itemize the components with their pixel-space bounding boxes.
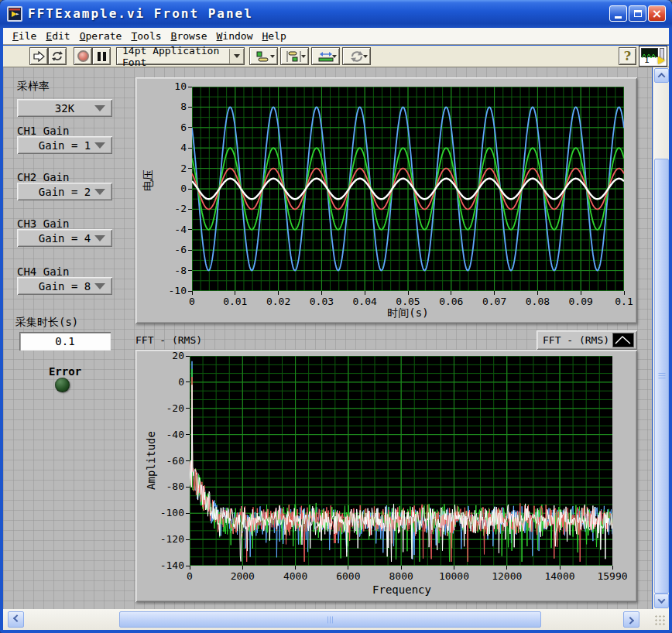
y-axis-tick [186, 566, 190, 566]
error-led-label: Error [31, 365, 99, 378]
chevron-up-icon [658, 73, 666, 80]
distribute-objects-button[interactable] [280, 47, 309, 65]
y-tick-label: 4 [153, 142, 187, 153]
fft-legend-label: FFT - (RMS) [543, 334, 609, 346]
dropdown-triangle-icon [94, 283, 105, 289]
y-tick-label: -40 [150, 429, 184, 440]
duration-input[interactable]: 0.1 [19, 332, 111, 351]
thumb-grip [658, 373, 665, 379]
align-objects-button[interactable] [249, 47, 278, 65]
x-axis-tick [321, 291, 322, 295]
resize-grip[interactable] [654, 614, 665, 625]
horizontal-scrollbar[interactable] [3, 609, 669, 630]
window-indicator[interactable]: 1 [639, 46, 667, 67]
x-tick-label: 0.08 [514, 296, 561, 307]
ch4-gain-value: Gain = 8 [39, 280, 91, 293]
scroll-left-button[interactable] [8, 611, 24, 628]
y-tick-label: -10 [153, 285, 187, 296]
window-title: FFTExample.vi Front Panel [28, 0, 253, 28]
ch4-gain-dropdown[interactable]: Gain = 8 [17, 277, 112, 295]
maximize-button[interactable] [629, 5, 646, 22]
waveform-chart: 电压 时间(s) 00.010.020.030.040.050.060.070.… [135, 77, 637, 323]
y-axis-tick [188, 189, 192, 190]
y-axis-tick [188, 229, 192, 230]
dropdown-triangle-icon [94, 142, 105, 149]
reorder-objects-icon [349, 50, 365, 63]
y-axis-tick [188, 168, 192, 169]
dropdown-triangle-icon [94, 105, 105, 111]
menu-file[interactable]: File [8, 30, 41, 42]
run-continuous-button[interactable] [48, 47, 67, 65]
x-axis-tick [408, 291, 409, 295]
ch1-gain-dropdown[interactable]: Gain = 1 [17, 136, 112, 154]
chevron-right-icon [626, 617, 634, 624]
vertical-scroll-thumb[interactable] [654, 159, 669, 594]
x-tick-label: 0.06 [428, 296, 475, 307]
minimize-button[interactable] [609, 5, 627, 22]
menu-help[interactable]: Help [258, 30, 291, 42]
ch3-gain-dropdown[interactable]: Gain = 4 [17, 229, 112, 247]
x-axis-tick [401, 566, 402, 570]
reorder-objects-button[interactable] [342, 47, 371, 65]
menu-edit[interactable]: Edit [41, 30, 74, 42]
x-axis-tick [624, 291, 625, 295]
waveform-plot-area[interactable] [192, 87, 624, 291]
menu-operate[interactable]: Operate [75, 30, 127, 42]
x-tick-label: 0.09 [557, 296, 604, 307]
vertical-scrollbar[interactable] [653, 67, 669, 609]
y-tick-label: -100 [150, 507, 184, 518]
y-tick-label: -6 [153, 244, 187, 255]
error-led[interactable] [55, 378, 70, 392]
scroll-up-button[interactable] [654, 68, 669, 83]
help-button[interactable]: ? [619, 47, 636, 65]
fft-chart-caption: FFT - (RMS) [135, 334, 202, 346]
fft-plot-area[interactable] [190, 356, 612, 566]
run-button[interactable] [29, 47, 48, 65]
dropdown-triangle-icon [94, 235, 105, 241]
x-axis-tick [192, 291, 193, 295]
ch2-gain-value: Gain = 2 [39, 186, 91, 198]
close-icon: × [652, 8, 662, 20]
menu-tools[interactable]: Tools [126, 30, 166, 42]
titlebar[interactable]: FFTExample.vi Front Panel × [0, 0, 672, 28]
y-tick-label: 8 [153, 101, 187, 112]
sample-rate-dropdown[interactable]: 32K [17, 99, 112, 117]
labview-window: FFTExample.vi Front Panel × FileEditOper… [0, 0, 672, 633]
y-tick-label: -80 [150, 481, 184, 492]
x-axis-tick [612, 566, 613, 570]
scroll-down-button[interactable] [654, 594, 669, 608]
duration-value: 0.1 [55, 335, 74, 347]
y-axis-tick [188, 107, 192, 108]
x-axis-tick [451, 291, 451, 295]
scroll-right-button[interactable] [623, 611, 639, 628]
abort-icon [77, 50, 89, 62]
dropdown-triangle-icon [94, 189, 105, 195]
chevron-down-icon [658, 596, 666, 604]
menu-browse[interactable]: Browse [166, 30, 212, 42]
resize-objects-button[interactable] [311, 47, 340, 65]
x-tick-label: 6000 [325, 570, 372, 582]
x-axis-tick [242, 566, 243, 570]
y-axis-tick [186, 382, 190, 382]
font-selector-arrow[interactable] [229, 49, 243, 63]
y-axis-tick [186, 434, 190, 435]
x-axis-tick [278, 291, 279, 295]
abort-button[interactable] [74, 47, 92, 65]
run-state-arrow-icon [658, 56, 665, 64]
fft-legend[interactable]: FFT - (RMS) [537, 330, 637, 350]
front-panel: 采样率 32K CH1 Gain Gain = 1 CH2 Gain Gain … [3, 67, 652, 609]
horizontal-scroll-thumb[interactable] [119, 611, 541, 628]
y-axis-tick [186, 356, 190, 357]
ch3-gain-value: Gain = 4 [39, 232, 91, 245]
pause-button[interactable] [92, 47, 111, 65]
x-tick-label: 0 [169, 296, 215, 307]
y-axis-tick [188, 291, 192, 292]
font-selector[interactable]: 14pt Application Font [116, 47, 245, 65]
y-axis-tick [186, 487, 190, 488]
ch1-gain-label: CH1 Gain [17, 125, 69, 137]
menu-window[interactable]: Window [212, 30, 258, 42]
run-arrow-icon [33, 51, 45, 62]
ch2-gain-dropdown[interactable]: Gain = 2 [17, 183, 112, 200]
y-axis-tick [188, 209, 192, 210]
close-button[interactable]: × [648, 5, 666, 22]
